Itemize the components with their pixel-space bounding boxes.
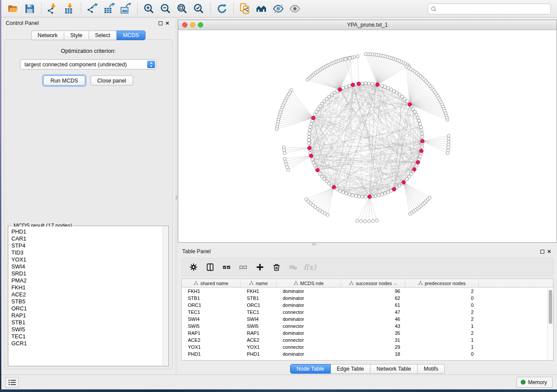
zoom-out-button[interactable] <box>157 2 174 16</box>
table-cell[interactable]: connector <box>277 337 341 343</box>
mcds-result-item[interactable]: STB5 <box>11 298 163 305</box>
table-cell[interactable]: SWI5 <box>182 323 241 329</box>
table-scrollbar-thumb[interactable] <box>549 290 552 324</box>
network-node[interactable] <box>415 113 418 116</box>
table-cell[interactable]: 0 <box>405 351 479 357</box>
search-box[interactable] <box>428 3 551 14</box>
mcds-hub-node[interactable] <box>368 195 372 199</box>
horizontal-splitter[interactable] <box>178 243 557 246</box>
network-node[interactable] <box>345 192 348 195</box>
network-node[interactable] <box>310 122 313 125</box>
network-node[interactable] <box>317 107 320 110</box>
table-cell[interactable]: PHD1 <box>182 351 241 357</box>
table-cell[interactable]: STB1 <box>182 296 241 301</box>
network-node[interactable] <box>361 82 364 85</box>
mcds-hub-node[interactable] <box>408 103 412 107</box>
refresh-view-button[interactable] <box>214 2 230 16</box>
table-cell[interactable]: TEC1 <box>182 309 241 315</box>
table-cell[interactable]: 18 <box>341 351 405 357</box>
table-cell[interactable]: RAP1 <box>241 330 277 336</box>
network-node[interactable] <box>313 164 316 167</box>
table-row[interactable]: SWI4SWI4dominator462 <box>182 316 553 323</box>
run-mcds-button[interactable]: Run MCDS <box>43 76 85 86</box>
function-builder-button[interactable]: f(x) <box>302 260 317 274</box>
network-node[interactable] <box>387 86 390 89</box>
network-node[interactable] <box>419 155 422 158</box>
table-cell[interactable]: 61 <box>341 303 405 308</box>
table-cell[interactable]: SWI4 <box>241 316 277 322</box>
network-node[interactable] <box>421 135 424 138</box>
network-node[interactable] <box>339 189 342 193</box>
network-node[interactable] <box>345 85 348 88</box>
table-cell[interactable]: RAP1 <box>182 330 241 336</box>
share-documents-button[interactable] <box>237 2 253 16</box>
search-input[interactable] <box>437 6 548 12</box>
network-node[interactable] <box>446 149 450 152</box>
network-node[interactable] <box>405 65 408 68</box>
network-node[interactable] <box>447 134 450 137</box>
maximize-traffic-light[interactable] <box>198 22 203 28</box>
mcds-result-item[interactable]: SRD1 <box>11 270 163 277</box>
memory-button[interactable]: Memory <box>516 377 553 388</box>
mcds-result-item[interactable]: STP4 <box>11 242 163 249</box>
network-node[interactable] <box>390 88 393 91</box>
network-canvas[interactable] <box>178 30 557 242</box>
export-image-button[interactable] <box>118 2 134 16</box>
table-cell[interactable]: SWI5 <box>241 323 277 329</box>
table-cell[interactable]: TEC1 <box>241 309 277 315</box>
network-node[interactable] <box>363 220 367 223</box>
network-node[interactable] <box>308 142 311 145</box>
zoom-selected-button[interactable] <box>190 2 207 16</box>
table-cell[interactable]: STB1 <box>241 296 277 301</box>
table-cell[interactable]: YOX1 <box>241 344 277 350</box>
mcds-hub-node[interactable] <box>315 168 319 172</box>
table-cell[interactable]: ACE2 <box>182 337 241 343</box>
tab-node-table[interactable]: Node Table <box>290 364 331 374</box>
mcds-result-item[interactable]: PHD1 <box>11 228 163 235</box>
table-cell[interactable]: 47 <box>341 309 405 315</box>
table-cell[interactable]: 2 <box>405 330 479 336</box>
column-header-successor-nodes[interactable]: successor nodes⌄ <box>341 279 405 287</box>
mcds-hub-node[interactable] <box>412 168 416 172</box>
network-node[interactable] <box>287 168 290 171</box>
table-cell[interactable]: YOX1 <box>182 344 241 350</box>
network-node[interactable] <box>421 132 424 135</box>
network-node[interactable] <box>360 220 363 223</box>
mcds-result-item[interactable]: ACE2 <box>11 291 163 298</box>
column-header-predecessor-nodes[interactable]: predecessor nodes <box>405 279 479 287</box>
control-panel-close-button[interactable]: ✕ <box>164 20 171 27</box>
mcds-result-item[interactable]: CAR1 <box>11 235 163 242</box>
control-panel-float-button[interactable] <box>157 20 164 27</box>
table-row[interactable]: ACE2ACE2connector311 <box>182 337 553 344</box>
table-cell[interactable]: connector <box>277 323 341 329</box>
mcds-result-item[interactable]: GCR1 <box>11 340 163 347</box>
table-cell[interactable]: dominator <box>277 289 341 294</box>
mcds-hub-node[interactable] <box>421 139 425 143</box>
import-table-button[interactable] <box>61 2 78 16</box>
mcds-result-item[interactable]: PMA2 <box>11 277 163 284</box>
network-node[interactable] <box>447 140 450 143</box>
network-node[interactable] <box>342 86 345 89</box>
table-cell[interactable]: 0 <box>405 296 479 301</box>
tab-motifs[interactable]: Motifs <box>418 364 445 374</box>
mcds-result-list[interactable]: PHD1CAR1STP4TID3YOX1SWI4SRD1PMA2FKH1ACE2… <box>9 227 163 365</box>
hide-details-button[interactable] <box>270 2 287 16</box>
network-node[interactable] <box>344 58 347 61</box>
task-history-button[interactable] <box>5 377 19 388</box>
network-node[interactable] <box>348 193 351 196</box>
network-node[interactable] <box>311 158 314 161</box>
mcds-hub-node[interactable] <box>309 154 313 158</box>
export-table-button[interactable] <box>101 2 118 16</box>
network-node[interactable] <box>348 84 351 87</box>
network-node[interactable] <box>367 82 370 85</box>
network-node[interactable] <box>428 196 431 199</box>
network-node[interactable] <box>348 57 351 60</box>
network-node[interactable] <box>312 161 315 164</box>
table-cell[interactable]: 1 <box>405 344 479 350</box>
mcds-hub-node[interactable] <box>402 180 406 184</box>
table-cell[interactable]: dominator <box>277 316 341 322</box>
table-row[interactable]: ORC1ORC1dominator610 <box>182 302 553 309</box>
network-node[interactable] <box>308 132 311 135</box>
save-session-button[interactable] <box>21 2 38 16</box>
network-node[interactable] <box>342 191 345 194</box>
